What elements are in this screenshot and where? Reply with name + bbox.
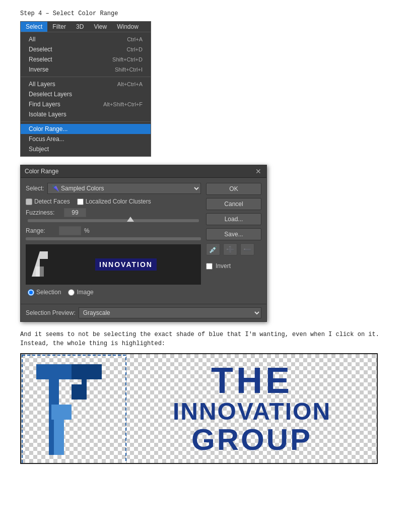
selection-preview-dropdown[interactable]: Grayscale None Black Matte White Matte Q… bbox=[79, 307, 261, 318]
menubar-view[interactable]: View bbox=[89, 22, 112, 32]
menubar-filter[interactable]: Filter bbox=[47, 22, 71, 32]
menu-item-color-range[interactable]: Color Range... bbox=[21, 124, 151, 134]
menu-item-subject[interactable]: Subject bbox=[21, 144, 151, 154]
detect-faces-checkbox[interactable] bbox=[26, 198, 32, 205]
menu-item-deselect-layers-label: Deselect Layers bbox=[29, 91, 72, 98]
dialog-left-panel: Select: 🌂 Sampled Colors Detect Faces Lo… bbox=[26, 183, 201, 299]
fuzziness-row: Fuzziness: bbox=[26, 208, 201, 217]
menubar-select[interactable]: Select bbox=[21, 22, 47, 32]
menu-item-focus-area[interactable]: Focus Area... bbox=[21, 134, 151, 144]
localized-label: Localized Color Clusters bbox=[86, 198, 151, 205]
cancel-button[interactable]: Cancel bbox=[206, 198, 261, 210]
image-radio[interactable] bbox=[68, 289, 75, 296]
invert-checkbox-label[interactable]: Invert bbox=[206, 262, 261, 270]
selection-preview-label: Selection Preview: bbox=[26, 309, 76, 316]
menu-divider-1 bbox=[21, 77, 151, 77]
eyedropper-subtract-icon: ➖ bbox=[243, 246, 251, 253]
color-range-dialog: Color Range ✕ Select: 🌂 Sampled Colors bbox=[20, 165, 267, 322]
innovation-text-area: THE INNOVATION GROUP bbox=[127, 354, 377, 463]
menu-item-deselect-shortcut: Ctrl+D bbox=[127, 46, 143, 52]
eyedropper-icon: 💉 bbox=[209, 246, 217, 253]
svg-marker-2 bbox=[36, 267, 44, 277]
selection-radio[interactable] bbox=[28, 289, 34, 296]
ps-menu-wrapper: Select Filter 3D View Window All Ctrl+A … bbox=[20, 21, 151, 157]
selection-preview-row: Selection Preview: Grayscale None Black … bbox=[21, 304, 266, 321]
dialog-preview-text: INNOVATION bbox=[95, 258, 157, 271]
menu-item-inverse-label: Inverse bbox=[29, 66, 48, 73]
innovation-logo-svg bbox=[21, 354, 127, 464]
dialog-body: Select: 🌂 Sampled Colors Detect Faces Lo… bbox=[21, 178, 266, 304]
eyedropper-add-button[interactable]: ➕ bbox=[223, 243, 237, 255]
ps-menu-dropdown: All Ctrl+A Deselect Ctrl+D Reselect Shif… bbox=[21, 32, 151, 156]
eyedropper-add-icon: ➕ bbox=[226, 246, 234, 253]
menu-item-deselect[interactable]: Deselect Ctrl+D bbox=[21, 44, 151, 54]
fuzziness-input[interactable] bbox=[64, 208, 86, 217]
menu-item-isolate-layers-label: Isolate Layers bbox=[29, 111, 66, 118]
menu-item-all-shortcut: Ctrl+A bbox=[127, 36, 143, 42]
innovation-preview: THE INNOVATION GROUP bbox=[20, 353, 378, 464]
menu-item-all-layers-label: All Layers bbox=[29, 81, 55, 88]
menu-item-isolate-layers[interactable]: Isolate Layers bbox=[21, 109, 151, 119]
dialog-title: Color Range bbox=[25, 168, 58, 175]
range-input[interactable] bbox=[59, 226, 81, 235]
menu-item-all-label: All bbox=[29, 36, 35, 43]
dialog-preview-logo bbox=[30, 246, 54, 282]
ok-button[interactable]: OK bbox=[206, 183, 261, 195]
ps-menubar: Select Filter 3D View Window bbox=[21, 22, 151, 32]
detect-faces-label: Detect Faces bbox=[34, 198, 70, 205]
menu-item-find-layers-label: Find Layers bbox=[29, 101, 60, 108]
eyedropper-subtract-button[interactable]: ➖ bbox=[240, 243, 254, 255]
menu-item-subject-label: Subject bbox=[29, 146, 49, 153]
menubar-window[interactable]: Window bbox=[112, 22, 144, 32]
fuzziness-slider-thumb[interactable] bbox=[127, 217, 134, 222]
range-label: Range: bbox=[26, 227, 56, 234]
dialog-preview-box: INNOVATION bbox=[26, 244, 201, 285]
range-row: Range: % bbox=[26, 226, 201, 235]
fuzziness-slider-track[interactable] bbox=[28, 219, 199, 222]
select-dropdown[interactable]: 🌂 Sampled Colors bbox=[47, 183, 201, 194]
eyedropper-row: 💉 ➕ ➖ bbox=[206, 243, 261, 255]
detect-faces-checkbox-label[interactable]: Detect Faces bbox=[26, 198, 70, 205]
innovation-logo-container bbox=[21, 354, 127, 463]
localized-checkbox[interactable] bbox=[77, 198, 84, 205]
menu-item-all[interactable]: All Ctrl+A bbox=[21, 34, 151, 44]
menu-item-reselect-shortcut: Shift+Ctrl+D bbox=[112, 56, 143, 62]
image-label: Image bbox=[77, 289, 93, 296]
save-button[interactable]: Save... bbox=[206, 228, 261, 240]
fuzziness-label: Fuzziness: bbox=[26, 209, 61, 216]
menubar-3d[interactable]: 3D bbox=[71, 22, 89, 32]
menu-item-inverse[interactable]: Inverse Shift+Ctrl+I bbox=[21, 64, 151, 75]
menu-item-inverse-shortcut: Shift+Ctrl+I bbox=[115, 66, 143, 73]
menu-item-color-range-label: Color Range... bbox=[29, 125, 67, 132]
innovation-innovation: INNOVATION bbox=[173, 400, 331, 424]
dialog-close-button[interactable]: ✕ bbox=[254, 168, 262, 175]
innovation-the: THE bbox=[211, 362, 293, 398]
invert-checkbox[interactable] bbox=[206, 263, 213, 270]
selection-label: Selection bbox=[36, 289, 61, 296]
range-percent: % bbox=[84, 227, 90, 234]
step-label: Step 4 – Select Color Range bbox=[20, 10, 391, 17]
dialog-right-panel: OK Cancel Load... Save... 💉 ➕ ➖ bbox=[206, 183, 261, 299]
menu-item-reselect-label: Reselect bbox=[29, 56, 52, 63]
innovation-group: GROUP bbox=[191, 425, 312, 455]
select-row: Select: 🌂 Sampled Colors bbox=[26, 183, 201, 194]
menu-item-focus-area-label: Focus Area... bbox=[29, 136, 64, 143]
eyedropper-sample-button[interactable]: 💉 bbox=[206, 243, 220, 255]
range-slider-track[interactable] bbox=[26, 237, 201, 240]
menu-item-deselect-label: Deselect bbox=[29, 46, 52, 53]
radio-row: Selection Image bbox=[26, 289, 201, 296]
checkbox-row: Detect Faces Localized Color Clusters bbox=[26, 198, 201, 205]
selection-radio-label[interactable]: Selection bbox=[28, 289, 61, 296]
menu-item-deselect-layers[interactable]: Deselect Layers bbox=[21, 89, 151, 99]
dialog-titlebar: Color Range ✕ bbox=[21, 165, 266, 178]
image-radio-label[interactable]: Image bbox=[68, 289, 93, 296]
body-text: And it seems to not be selecting the exa… bbox=[20, 330, 391, 348]
localized-checkbox-label[interactable]: Localized Color Clusters bbox=[77, 198, 151, 205]
menu-item-all-layers-shortcut: Alt+Ctrl+A bbox=[117, 81, 143, 87]
menu-item-all-layers[interactable]: All Layers Alt+Ctrl+A bbox=[21, 79, 151, 89]
menu-item-reselect[interactable]: Reselect Shift+Ctrl+D bbox=[21, 54, 151, 64]
load-button[interactable]: Load... bbox=[206, 213, 261, 225]
menu-divider-2 bbox=[21, 121, 151, 122]
menu-item-find-layers[interactable]: Find Layers Alt+Shift+Ctrl+F bbox=[21, 99, 151, 109]
dialog-overlay: Color Range ✕ Select: 🌂 Sampled Colors bbox=[20, 165, 391, 322]
